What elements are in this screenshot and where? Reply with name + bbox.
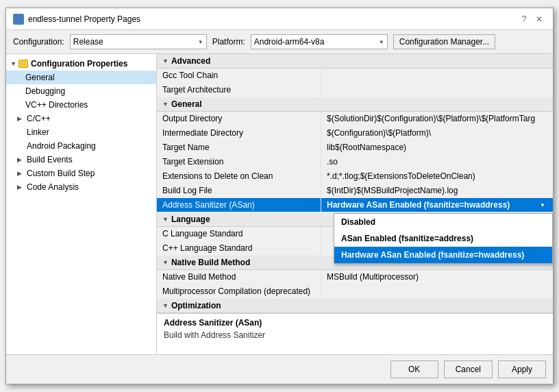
- property-pages-dialog: endless-tunnel Property Pages ? ✕ Config…: [5, 8, 554, 384]
- property-dropdown-btn[interactable]: ▼: [538, 202, 547, 208]
- property-name: Extensions to Delete on Clean: [157, 169, 321, 183]
- property-name: Address Sanitizer (ASan): [157, 198, 321, 212]
- property-name: Build Log File: [157, 184, 321, 197]
- tree-item-android-packaging[interactable]: Android Packaging: [6, 139, 156, 153]
- section-header-general[interactable]: ▼General: [157, 97, 553, 112]
- tree-item-label: Build Events: [27, 155, 73, 164]
- help-button[interactable]: ?: [517, 12, 531, 26]
- property-value: MSBuild (Multiprocessor): [321, 270, 553, 284]
- table-row[interactable]: Target Namelib$(RootNamespace): [157, 140, 553, 155]
- property-value: [321, 69, 553, 82]
- dropdown-option[interactable]: Hardware ASan Enabled (fsanitize=hwaddre…: [334, 247, 552, 263]
- table-row[interactable]: Target Extension.so: [157, 155, 553, 169]
- property-value[interactable]: Hardware ASan Enabled (fsanitize=hwaddre…: [321, 198, 553, 212]
- tree-item-debugging[interactable]: Debugging: [6, 84, 156, 98]
- tree-item-build-events[interactable]: ▶Build Events: [6, 153, 156, 167]
- tree-item-label: C/C++: [27, 114, 51, 123]
- section-label: Language: [171, 215, 210, 224]
- ok-button[interactable]: OK: [390, 360, 438, 378]
- property-value: $(Configuration)\$(Platform)\: [321, 126, 553, 140]
- tree-item-label: Custom Build Step: [27, 169, 95, 178]
- tree-items-container: GeneralDebuggingVC++ Directories▶C/C++Li…: [6, 71, 156, 194]
- property-value: *.d;*.tlog;$(ExtensionsToDeleteOnClean): [321, 169, 553, 183]
- platform-label: Platform:: [212, 37, 245, 47]
- tree-item-label: General: [25, 73, 55, 82]
- property-name: C Language Standard: [157, 227, 321, 241]
- configuration-bar: Configuration: Release ▼ Platform: Andro…: [6, 30, 553, 54]
- tree-item-label: Android Packaging: [27, 141, 96, 151]
- property-value: $(IntDir)$(MSBuildProjectName).log: [321, 184, 553, 197]
- config-dropdown-arrow: ▼: [198, 39, 203, 45]
- property-name: Output Directory: [157, 112, 321, 125]
- title-bar: endless-tunnel Property Pages ? ✕: [6, 8, 553, 30]
- tree-item-custom-build-step[interactable]: ▶Custom Build Step: [6, 167, 156, 180]
- cancel-button[interactable]: Cancel: [444, 360, 493, 378]
- table-row[interactable]: Intermediate Directory$(Configuration)\$…: [157, 126, 553, 140]
- table-row[interactable]: Output Directory$(SolutionDir)$(Configur…: [157, 112, 553, 126]
- property-value: [321, 83, 553, 97]
- config-manager-button[interactable]: Configuration Manager...: [393, 34, 495, 49]
- tree-item-label: Code Analysis: [27, 182, 79, 192]
- expand-arrow: ▶: [17, 170, 24, 177]
- description-title: Address Sanitizer (ASan): [164, 318, 546, 328]
- close-button[interactable]: ✕: [532, 12, 546, 26]
- tree-panel: ▼ Configuration Properties GeneralDebugg…: [6, 54, 157, 354]
- section-collapse-arrow: ▼: [162, 216, 169, 223]
- table-row[interactable]: Extensions to Delete on Clean*.d;*.tlog;…: [157, 169, 553, 184]
- dropdown-option[interactable]: Disabled: [334, 214, 552, 230]
- section-label: Native Build Method: [171, 258, 250, 267]
- dropdown-option[interactable]: ASan Enabled (fsanitize=address): [334, 230, 552, 247]
- table-row[interactable]: Gcc Tool Chain: [157, 69, 553, 83]
- description-area: Address Sanitizer (ASan) Build with Addr…: [157, 313, 553, 354]
- tree-item-cc[interactable]: ▶C/C++: [6, 112, 156, 125]
- tree-root-label: Configuration Properties: [31, 59, 127, 69]
- expand-arrow: ▶: [17, 156, 24, 163]
- tree-folder-icon: [18, 60, 28, 68]
- table-row[interactable]: Build Log File$(IntDir)$(MSBuildProjectN…: [157, 184, 553, 198]
- platform-select[interactable]: Android-arm64-v8a ▼: [251, 34, 388, 49]
- main-content: ▼ Configuration Properties GeneralDebugg…: [6, 54, 553, 354]
- tree-item-linker[interactable]: Linker: [6, 125, 156, 139]
- section-collapse-arrow: ▼: [162, 259, 169, 266]
- tree-item-general[interactable]: General: [6, 71, 156, 84]
- table-row[interactable]: Address Sanitizer (ASan)Hardware ASan En…: [157, 198, 553, 212]
- section-collapse-arrow: ▼: [162, 302, 169, 309]
- configuration-select[interactable]: Release ▼: [70, 34, 207, 49]
- property-name: Gcc Tool Chain: [157, 69, 321, 82]
- tree-item-code-analysis[interactable]: ▶Code Analysis: [6, 180, 156, 194]
- dialog-title: endless-tunnel Property Pages: [28, 14, 140, 24]
- property-table-container: ▼AdvancedGcc Tool ChainTarget Architectu…: [157, 54, 553, 313]
- section-label: General: [171, 99, 202, 109]
- property-value: [321, 284, 553, 298]
- dropdown-popup: DisabledASan Enabled (fsanitize=address)…: [334, 213, 553, 264]
- property-name: Target Name: [157, 140, 321, 154]
- tree-item-label: Linker: [27, 127, 49, 137]
- config-value: Release: [73, 37, 103, 47]
- platform-value: Android-arm64-v8a: [254, 37, 325, 47]
- tree-root[interactable]: ▼ Configuration Properties: [6, 57, 156, 71]
- apply-button[interactable]: Apply: [498, 360, 546, 378]
- property-value: .so: [321, 155, 553, 169]
- title-bar-controls: ? ✕: [517, 12, 546, 26]
- dialog-icon: [13, 14, 24, 25]
- table-row[interactable]: Target Architecture: [157, 83, 553, 97]
- section-collapse-arrow: ▼: [162, 58, 169, 64]
- tree-root-arrow: ▼: [10, 60, 17, 67]
- property-name: Target Architecture: [157, 83, 321, 97]
- tree-item-label: VC++ Directories: [25, 100, 88, 110]
- property-name: Intermediate Directory: [157, 126, 321, 140]
- section-header-optimization[interactable]: ▼Optimization: [157, 299, 553, 313]
- table-row[interactable]: Multiprocessor Compilation (deprecated): [157, 284, 553, 299]
- section-label: Optimization: [171, 301, 221, 310]
- property-name: Multiprocessor Compilation (deprecated): [157, 284, 321, 298]
- config-label: Configuration:: [13, 37, 64, 47]
- property-value: lib$(RootNamespace): [321, 140, 553, 154]
- platform-dropdown-arrow: ▼: [379, 39, 384, 45]
- property-name: Target Extension: [157, 155, 321, 169]
- property-name: C++ Language Standard: [157, 241, 321, 255]
- table-row[interactable]: Native Build MethodMSBuild (Multiprocess…: [157, 270, 553, 284]
- section-header-advanced[interactable]: ▼Advanced: [157, 54, 553, 69]
- tree-item-vc-directories[interactable]: VC++ Directories: [6, 98, 156, 112]
- property-value-text: Hardware ASan Enabled (fsanitize=hwaddre…: [327, 200, 510, 210]
- property-scroll-area[interactable]: ▼AdvancedGcc Tool ChainTarget Architectu…: [157, 54, 553, 313]
